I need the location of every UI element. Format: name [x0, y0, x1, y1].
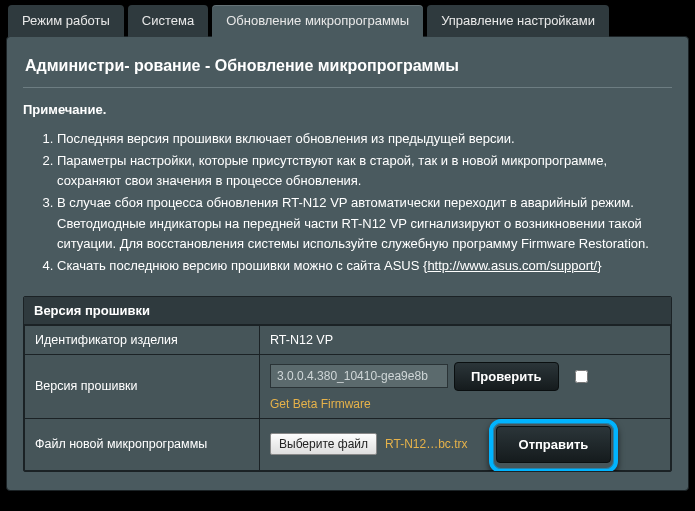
tab-config-manage[interactable]: Управление настройками: [427, 5, 609, 37]
product-id-value: RT-N12 VP: [260, 325, 671, 354]
beta-firmware-checkbox[interactable]: [575, 370, 588, 383]
product-id-label: Идентификатор изделия: [25, 325, 260, 354]
note-text: Скачать последнюю версию прошивки можно …: [57, 258, 427, 273]
check-button[interactable]: Проверить: [454, 362, 559, 391]
table-row: Идентификатор изделия RT-N12 VP: [25, 325, 671, 354]
fw-version-input: [270, 364, 448, 388]
fw-version-label: Версия прошивки: [25, 354, 260, 418]
note-item: В случае сбоя процесса обновления RT-N12…: [57, 193, 672, 253]
note-item: Скачать последнюю версию прошивки можно …: [57, 256, 672, 276]
notes-list: Последняя версия прошивки включает обнов…: [23, 129, 672, 276]
page-title: Администри- рование - Обновление микропр…: [23, 51, 672, 88]
choose-file-button[interactable]: Выберите файл: [270, 433, 377, 455]
note-text: }: [597, 258, 601, 273]
note-item: Последняя версия прошивки включает обнов…: [57, 129, 672, 149]
tab-bar: Режим работы Система Обновление микропро…: [6, 4, 689, 36]
new-fw-file-label: Файл новой микропрограммы: [25, 418, 260, 470]
tab-system[interactable]: Система: [128, 5, 208, 37]
beta-firmware-link[interactable]: Get Beta Firmware: [270, 397, 371, 411]
tab-firmware-update[interactable]: Обновление микропрограммы: [212, 5, 423, 37]
content-panel: Администри- рование - Обновление микропр…: [6, 36, 689, 491]
chosen-file-name: RT-N12…bc.trx: [385, 437, 467, 451]
firmware-table: Версия прошивки Идентификатор изделия RT…: [23, 296, 672, 472]
table-row: Версия прошивки Проверить Get Beta Firmw…: [25, 354, 671, 418]
table-header: Версия прошивки: [24, 297, 671, 325]
support-link[interactable]: http://www.asus.com/support/: [427, 258, 597, 273]
send-button[interactable]: Отправить: [496, 426, 612, 463]
table-row: Файл новой микропрограммы Выберите файл …: [25, 418, 671, 470]
tab-mode[interactable]: Режим работы: [8, 5, 124, 37]
note-item: Параметры настройки, которые присутствую…: [57, 151, 672, 191]
notes-heading: Примечание.: [23, 102, 672, 117]
